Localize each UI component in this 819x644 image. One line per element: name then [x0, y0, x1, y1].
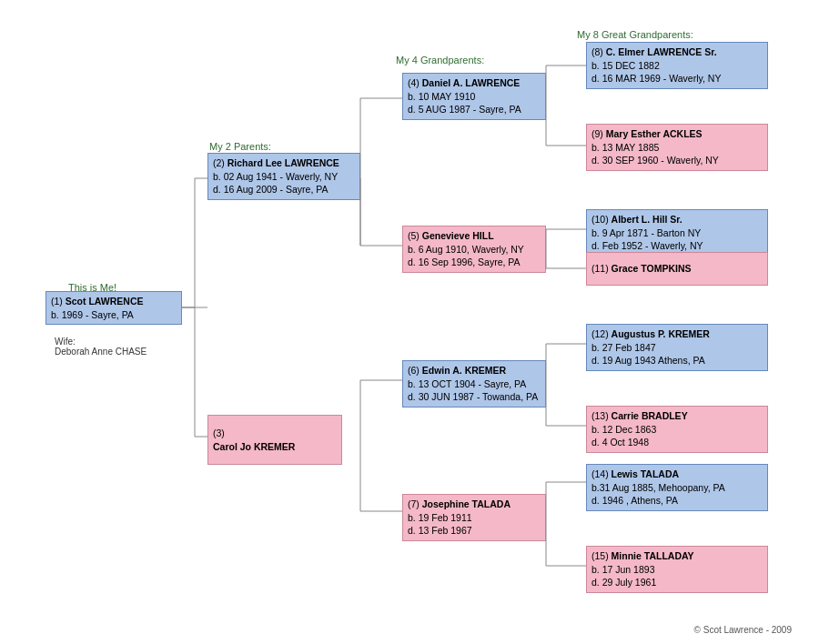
gp2-name: Genevieve HILL — [422, 230, 494, 241]
self-name: Scot LAWRENCE — [66, 296, 144, 307]
gg1-line2: d. 16 MAR 1969 - Waverly, NY — [592, 73, 721, 84]
gg5-number: (12) — [592, 328, 609, 339]
gp4-node: (7) Josephine TALADA b. 19 Feb 1911 d. 1… — [402, 494, 546, 541]
gg7-line2: d. 1946 , Athens, PA — [592, 495, 678, 506]
gg8-name: Minnie TALLADAY — [612, 550, 694, 561]
gg4-name: Grace TOMPKINS — [612, 263, 692, 274]
gp4-line2: d. 13 Feb 1967 — [408, 525, 472, 536]
gp1-line2: d. 5 AUG 1987 - Sayre, PA — [408, 104, 521, 115]
gg5-line2: d. 19 Aug 1943 Athens, PA — [592, 355, 705, 366]
gp2-node: (5) Genevieve HILL b. 6 Aug 1910, Waverl… — [402, 226, 546, 273]
parent1-node: (2) Richard Lee LAWRENCE b. 02 Aug 1941 … — [207, 153, 360, 200]
gg2-number: (9) — [592, 128, 603, 139]
gp4-number: (7) — [408, 498, 420, 509]
gg2-name: Mary Esther ACKLES — [606, 128, 703, 139]
parents-section-label: My 2 Parents: — [209, 141, 271, 152]
parent2-name: Carol Jo KREMER — [213, 441, 295, 452]
gg2-node: (9) Mary Esther ACKLES b. 13 MAY 1885 d.… — [586, 124, 768, 171]
wife-label: Wife: — [55, 337, 76, 347]
gg3-line2: d. Feb 1952 - Waverly, NY — [592, 240, 703, 251]
gg3-name: Albert L. Hill Sr. — [612, 214, 682, 225]
great-grandparents-section-label: My 8 Great Grandparents: — [577, 29, 693, 40]
self-node: (1) Scot LAWRENCE b. 1969 - Sayre, PA — [46, 291, 182, 325]
gg3-number: (10) — [592, 214, 609, 225]
gg7-number: (14) — [592, 468, 609, 479]
gp4-name: Josephine TALADA — [422, 498, 511, 509]
gg8-line2: d. 29 July 1961 — [592, 577, 656, 588]
wife-name: Deborah Anne CHASE — [55, 347, 147, 357]
gg1-node: (8) C. Elmer LAWRENCE Sr. b. 15 DEC 1882… — [586, 42, 768, 89]
parent1-number: (2) — [213, 157, 225, 168]
copyright: © Scot Lawrence - 2009 — [694, 625, 792, 635]
gg6-node: (13) Carrie BRADLEY b. 12 Dec 1863 d. 4 … — [586, 406, 768, 453]
gp1-name: Daniel A. LAWRENCE — [422, 77, 521, 88]
gg6-line1: b. 12 Dec 1863 — [592, 424, 656, 435]
gp1-node: (4) Daniel A. LAWRENCE b. 10 MAY 1910 d.… — [402, 73, 546, 120]
gp1-line1: b. 10 MAY 1910 — [408, 91, 475, 102]
gp3-name: Edwin A. KREMER — [422, 365, 506, 376]
gg2-line1: b. 13 MAY 1885 — [592, 142, 659, 153]
gg4-number: (11) — [592, 263, 609, 274]
self-number: (1) — [51, 296, 63, 307]
gp4-line1: b. 19 Feb 1911 — [408, 512, 472, 523]
gp3-line2: d. 30 JUN 1987 - Towanda, PA — [408, 391, 538, 402]
self-birth: b. 1969 - Sayre, PA — [51, 309, 134, 320]
gg7-node: (14) Lewis TALADA b.31 Aug 1885, Mehoopa… — [586, 464, 768, 511]
parent1-line1: b. 02 Aug 1941 - Waverly, NY — [213, 171, 338, 182]
gg1-line1: b. 15 DEC 1882 — [592, 60, 660, 71]
gg1-number: (8) — [592, 46, 603, 57]
gg5-node: (12) Augustus P. KREMER b. 27 Feb 1847 d… — [586, 324, 768, 371]
gg1-name: C. Elmer LAWRENCE Sr. — [606, 46, 717, 57]
gg3-node: (10) Albert L. Hill Sr. b. 9 Apr 1871 - … — [586, 209, 768, 257]
gp3-node: (6) Edwin A. KREMER b. 13 OCT 1904 - Say… — [402, 360, 546, 408]
gp1-number: (4) — [408, 77, 420, 88]
gg8-node: (15) Minnie TALLADAY b. 17 Jun 1893 d. 2… — [586, 546, 768, 593]
gg6-line2: d. 4 Oct 1948 — [592, 437, 649, 448]
gg8-number: (15) — [592, 550, 609, 561]
gg4-node: (11) Grace TOMPKINS — [586, 252, 768, 286]
chart-container: This is Me! My 2 Parents: My 4 Grandpare… — [0, 0, 819, 644]
gp3-line1: b. 13 OCT 1904 - Sayre, PA — [408, 378, 526, 389]
gg8-line1: b. 17 Jun 1893 — [592, 564, 654, 575]
wife-section: Wife: Deborah Anne CHASE — [55, 337, 147, 357]
gg6-name: Carrie BRADLEY — [612, 410, 688, 421]
gg3-line1: b. 9 Apr 1871 - Barton NY — [592, 227, 701, 238]
gg7-line1: b.31 Aug 1885, Mehoopany, PA — [592, 482, 725, 493]
gp2-line2: d. 16 Sep 1996, Sayre, PA — [408, 257, 521, 267]
parent2-number: (3) — [213, 428, 225, 438]
gg5-name: Augustus P. KREMER — [612, 328, 710, 339]
gp2-line1: b. 6 Aug 1910, Waverly, NY — [408, 244, 524, 255]
gp3-number: (6) — [408, 365, 420, 376]
gp2-number: (5) — [408, 230, 420, 241]
parent1-name: Richard Lee LAWRENCE — [228, 157, 339, 168]
gg5-line1: b. 27 Feb 1847 — [592, 342, 656, 353]
gg2-line2: d. 30 SEP 1960 - Waverly, NY — [592, 155, 719, 166]
gg6-number: (13) — [592, 410, 609, 421]
parent2-node: (3) Carol Jo KREMER — [207, 415, 342, 465]
parent1-line2: d. 16 Aug 2009 - Sayre, PA — [213, 184, 328, 195]
grandparents-section-label: My 4 Grandparents: — [396, 55, 484, 65]
gg7-name: Lewis TALADA — [612, 468, 679, 479]
